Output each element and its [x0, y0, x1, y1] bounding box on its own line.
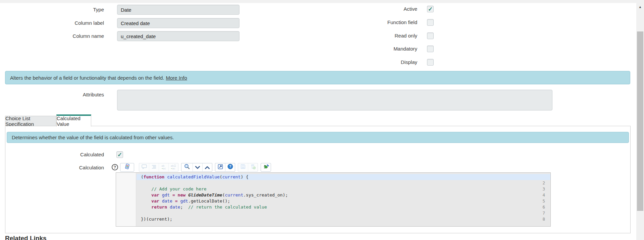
mandatory-label: Mandatory [317, 46, 417, 52]
calculated-info-banner: Determines whether the value of the fiel… [7, 132, 629, 143]
related-links-heading: Related Links [5, 235, 47, 240]
script-editor-toolbar: ? [112, 163, 271, 172]
column-name-label: Column name [20, 31, 104, 41]
replace-all-icon: ab☰➜ac [171, 165, 176, 170]
check-icon: ✓ [117, 152, 122, 158]
comment-button[interactable] [139, 163, 149, 171]
code-line: var date = gdt.getLocalDate(); [137, 198, 550, 204]
code-line: (function calculatedFieldValue(current) … [137, 174, 550, 180]
script-check-button[interactable] [248, 163, 258, 171]
debug-icon [263, 164, 269, 171]
type-label: Type [20, 5, 104, 15]
column-name-value: u_created_date [121, 33, 156, 39]
code-line: })(current); [137, 216, 550, 222]
code-line: var gdt = new GlideDateTime(current.sys_… [137, 192, 550, 198]
attributes-label: Attributes [20, 90, 104, 100]
check-icon: ✓ [428, 6, 433, 12]
find-previous-button[interactable] [202, 163, 212, 171]
column-label-value: Created date [121, 20, 150, 26]
script-check-icon [250, 164, 256, 171]
help-icon[interactable]: ? [112, 164, 118, 170]
calculation-label: Calculation [20, 164, 104, 171]
code-line: return date; // return the calculated va… [137, 204, 550, 210]
chevron-up-icon [205, 164, 210, 170]
calculated-checkbox[interactable]: ✓ [116, 151, 123, 158]
code-line [137, 210, 550, 216]
help-filled-icon: ? [227, 164, 233, 171]
find-next-button[interactable] [193, 163, 202, 171]
editor-gutter [116, 173, 136, 226]
calculation-script-editor[interactable]: 1 2 3 4 5 6 7 8 ▾ (function calculatedFi… [116, 172, 551, 227]
window-help-group: ? [215, 163, 235, 172]
save-icon [240, 164, 246, 170]
save-group [238, 163, 258, 172]
scrollbar-up-icon[interactable]: ▲ [636, 3, 644, 10]
open-window-button[interactable] [215, 163, 225, 171]
replace-all-button[interactable]: ab☰➜ac [168, 163, 178, 171]
format-code-icon [152, 164, 156, 170]
type-value: Date [121, 7, 131, 13]
function-field-label: Function field [317, 19, 417, 26]
display-label: Display [317, 59, 417, 66]
display-checkbox[interactable] [427, 59, 434, 66]
attributes-textarea[interactable] [117, 90, 552, 110]
help-filled-button[interactable]: ? [225, 163, 235, 171]
open-window-icon [218, 164, 223, 171]
search-button[interactable] [181, 163, 193, 171]
comment-icon [142, 164, 147, 170]
save-button[interactable] [238, 163, 248, 171]
find-group [181, 163, 212, 172]
more-info-link[interactable]: More Info [166, 75, 187, 81]
debug-button[interactable] [261, 163, 271, 172]
chevron-down-icon [195, 164, 200, 170]
type-field[interactable]: Date [117, 5, 239, 15]
column-label-field[interactable]: Created date [117, 18, 239, 28]
function-field-checkbox[interactable] [427, 19, 434, 26]
scrollbar-thumb[interactable] [637, 31, 643, 211]
replace-button[interactable]: ab➜ac [159, 163, 168, 171]
tab-calculated-value[interactable]: Calculated Value [56, 114, 91, 127]
attributes-info-text: Alters the behavior of a field or functi… [10, 75, 164, 81]
code-line [137, 180, 550, 186]
calculated-label: Calculated [20, 151, 104, 158]
attributes-info-banner: Alters the behavior of a field or functi… [5, 71, 630, 84]
disabled-edit-group: ab➜ac ab☰➜ac [139, 163, 178, 172]
calculated-info-text: Determines whether the value of the fiel… [12, 135, 174, 140]
search-icon [184, 164, 190, 171]
active-label: Active [317, 6, 417, 12]
read-only-checkbox[interactable] [427, 32, 434, 39]
mandatory-checkbox[interactable] [427, 46, 434, 52]
format-code-button[interactable] [149, 163, 159, 171]
read-only-label: Read only [317, 32, 417, 39]
active-checkbox[interactable]: ✓ [427, 6, 434, 12]
syntax-editor-button[interactable] [120, 163, 134, 172]
syntax-editor-icon [124, 164, 130, 171]
page-top-strip [0, 0, 644, 3]
replace-icon: ab➜ac [161, 165, 166, 170]
column-label-label: Column label [20, 18, 104, 28]
svg-text:?: ? [229, 165, 231, 168]
tab-choice-list-specification[interactable]: Choice List Specification [5, 116, 56, 126]
column-name-field[interactable]: u_created_date [117, 31, 239, 41]
code-line: // Add your code here [137, 186, 550, 192]
